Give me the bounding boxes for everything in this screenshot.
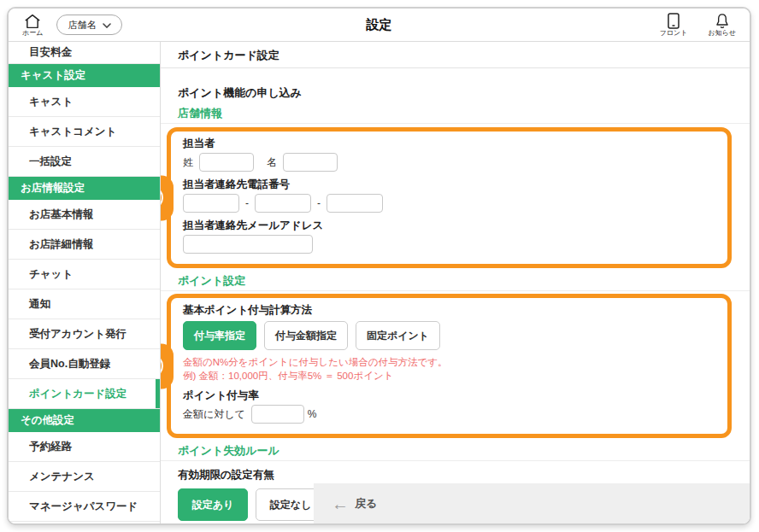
home-button[interactable]: ホーム [22, 14, 43, 37]
step-badge-5-number: 5 [161, 186, 163, 210]
bell-icon [715, 13, 730, 29]
sidebar-item-maintenance[interactable]: メンテナンス [9, 462, 160, 492]
store-selector[interactable]: 店舗名 [56, 15, 122, 35]
calc-method-buttons: 付与率指定 付与金額指定 固定ポイント [183, 321, 715, 350]
last-name-input[interactable] [199, 153, 254, 172]
expiration-divider [161, 460, 750, 461]
chevron-down-icon [103, 20, 111, 30]
step-badge-5: 5 [161, 175, 174, 220]
name-row: 姓 名 [183, 153, 715, 172]
sidebar-item-shop-detail-info[interactable]: お店詳細情報 [9, 230, 160, 260]
first-name-label: 名 [267, 155, 277, 170]
sidebar-section-cast-settings: キャスト設定 [9, 64, 160, 87]
store-info-heading: 店舗情報 [178, 106, 733, 123]
footer-bar: ← 戻る [314, 483, 750, 524]
grant-rate-label: ポイント付与率 [183, 389, 715, 403]
sidebar-item-member-no-auto-register[interactable]: 会員No.自動登録 [9, 349, 160, 379]
person-in-charge-label: 担当者 [183, 137, 715, 151]
method-note-line2: 例) 金額：10,000円、付与率5% ＝ 500ポイント [183, 369, 715, 383]
step-badge-6-number: 6 [161, 354, 163, 378]
sidebar-item-shop-basic-info[interactable]: お店基本情報 [9, 200, 160, 230]
back-button[interactable]: ← 戻る [332, 495, 377, 512]
method-note-line1: 金額のN%分をポイントに付与したい場合の付与方法です。 [183, 355, 715, 369]
home-icon [24, 14, 41, 29]
method-button-fixed[interactable]: 固定ポイント [356, 321, 440, 350]
front-button[interactable]: フロント [660, 13, 688, 37]
home-label: ホーム [22, 30, 43, 37]
sidebar-item-notification[interactable]: 通知 [9, 289, 160, 319]
phone-separator-1: - [245, 197, 249, 209]
method-button-amount[interactable]: 付与金額指定 [264, 321, 348, 350]
sidebar-item-reception-account[interactable]: 受付アカウント発行 [9, 319, 160, 349]
back-label: 戻る [355, 496, 377, 512]
last-name-label: 姓 [183, 155, 193, 170]
title-divider [161, 67, 750, 68]
sidebar-item-estimate-price[interactable]: 目安料金 [9, 42, 160, 64]
phone-input-3[interactable] [327, 194, 383, 213]
phone-input-2[interactable] [255, 194, 311, 213]
highlight-box-store-info: 5 担当者 姓 名 担当者連絡先電話番号 - - 担当者連絡先メールアド [167, 127, 732, 268]
email-row [183, 235, 715, 254]
notice-label: お知らせ [708, 30, 736, 37]
highlight-box-point-settings: 6 基本ポイント付与計算方法 付与率指定 付与金額指定 固定ポイント 金額のN%… [167, 294, 732, 438]
calc-method-label: 基本ポイント付与計算方法 [183, 303, 715, 318]
grant-rate-row: 金額に対して % [183, 405, 715, 424]
email-input[interactable] [183, 235, 313, 254]
back-arrow-icon: ← [332, 495, 349, 512]
phone-input-1[interactable] [183, 194, 239, 213]
point-settings-divider [161, 290, 750, 291]
sidebar-item-point-card-settings[interactable]: ポイントカード設定 [9, 379, 160, 409]
store-selector-label: 店舗名 [68, 19, 96, 32]
sidebar: 目安料金 キャスト設定 キャスト キャストコメント 一括設定 お店情報設定 お店… [9, 42, 161, 524]
method-button-rate[interactable]: 付与率指定 [183, 321, 256, 350]
sidebar-section-shop-info-settings: お店情報設定 [9, 177, 160, 200]
toggle-button-set-on[interactable]: 設定あり [178, 488, 248, 521]
rate-prefix-label: 金額に対して [183, 407, 245, 422]
expiration-toggle-label: 有効期限の設定有無 [178, 468, 733, 482]
header-actions: フロント お知らせ [660, 13, 736, 37]
header: ホーム 店舗名 設定 フロント お知らせ [9, 9, 750, 42]
phone-separator-2: - [317, 197, 321, 209]
tablet-icon [667, 13, 680, 29]
step-badge-6: 6 [161, 343, 174, 389]
expiration-heading: ポイント失効ルール [178, 443, 733, 460]
sidebar-item-cast-comment[interactable]: キャストコメント [9, 117, 160, 147]
point-settings-heading: ポイント設定 [178, 273, 733, 290]
app-body: 目安料金 キャスト設定 キャスト キャストコメント 一括設定 お店情報設定 お店… [9, 42, 750, 524]
front-label: フロント [660, 30, 688, 37]
application-heading: ポイント機能の申し込み [178, 85, 733, 101]
store-info-divider [161, 123, 750, 124]
sidebar-item-chat[interactable]: チャット [9, 260, 160, 289]
email-label: 担当者連絡先メールアドレス [183, 219, 715, 233]
first-name-input[interactable] [283, 153, 338, 172]
sidebar-item-manager-password[interactable]: マネージャパスワード [9, 492, 160, 522]
method-note: 金額のN%分をポイントに付与したい場合の付与方法です。 例) 金額：10,000… [183, 355, 715, 383]
notice-button[interactable]: お知らせ [708, 13, 736, 37]
sidebar-item-reservation-route[interactable]: 予約経路 [9, 432, 160, 462]
main-content: ポイントカード設定 ポイント機能の申し込み 店舗情報 5 担当者 姓 名 担当者… [161, 42, 750, 524]
sidebar-item-bulk-settings[interactable]: 一括設定 [9, 147, 160, 177]
page-title: ポイントカード設定 [161, 42, 750, 67]
app-window: ホーム 店舗名 設定 フロント お知らせ [7, 7, 751, 525]
rate-input[interactable] [251, 405, 304, 424]
sidebar-section-other-settings: その他設定 [9, 409, 160, 432]
phone-label: 担当者連絡先電話番号 [183, 178, 715, 192]
rate-suffix-label: % [308, 408, 317, 420]
sidebar-item-cast[interactable]: キャスト [9, 87, 160, 117]
phone-row: - - [183, 194, 715, 213]
